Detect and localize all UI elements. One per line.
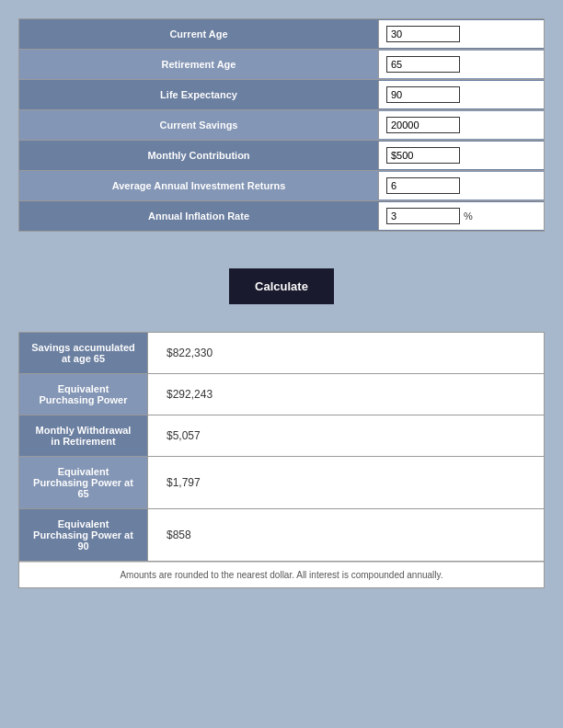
current-savings-row: Current Savings bbox=[19, 110, 544, 141]
monthly-contribution-row: Monthly Contribution bbox=[19, 141, 544, 171]
life-expectancy-input-area bbox=[378, 81, 544, 108]
inflation-rate-label: Annual Inflation Rate bbox=[19, 201, 378, 231]
result-label-2: Monthly Withdrawal in Retirement bbox=[19, 415, 148, 456]
result-row-2: Monthly Withdrawal in Retirement $5,057 bbox=[19, 415, 544, 457]
inflation-rate-input[interactable] bbox=[386, 208, 460, 224]
calculate-button[interactable]: Calculate bbox=[229, 268, 334, 304]
input-container: Current Age Retirement Age Life Expectan… bbox=[18, 18, 545, 232]
result-row-3: Equivalent Purchasing Power at 65 $1,797 bbox=[19, 457, 544, 509]
current-savings-input[interactable] bbox=[386, 117, 460, 133]
life-expectancy-input[interactable] bbox=[386, 86, 460, 103]
life-expectancy-row: Life Expectancy bbox=[19, 80, 544, 110]
footer-note: Amounts are rounded to the nearest dolla… bbox=[19, 562, 544, 587]
current-savings-label: Current Savings bbox=[19, 110, 378, 140]
retirement-age-label: Retirement Age bbox=[19, 50, 378, 79]
current-age-row: Current Age bbox=[19, 19, 544, 50]
calculate-section: Calculate bbox=[18, 241, 545, 332]
result-value-4: $858 bbox=[148, 519, 544, 551]
retirement-age-row: Retirement Age bbox=[19, 50, 544, 80]
monthly-contribution-input[interactable] bbox=[386, 147, 460, 164]
inflation-rate-row: Annual Inflation Rate % bbox=[19, 201, 544, 231]
retirement-age-input-area bbox=[378, 51, 544, 78]
monthly-contribution-input-area bbox=[378, 142, 544, 169]
monthly-contribution-label: Monthly Contribution bbox=[19, 141, 378, 170]
result-value-2: $5,057 bbox=[148, 420, 544, 451]
result-row-0: Savings accumulated at age 65 $822,330 bbox=[19, 333, 544, 374]
result-label-3: Equivalent Purchasing Power at 65 bbox=[19, 457, 148, 508]
result-value-0: $822,330 bbox=[148, 337, 544, 369]
result-row-4: Equivalent Purchasing Power at 90 $858 bbox=[19, 509, 544, 562]
result-label-1: Equivalent Purchasing Power bbox=[19, 374, 148, 415]
page: Current Age Retirement Age Life Expectan… bbox=[18, 18, 545, 588]
result-label-4: Equivalent Purchasing Power at 90 bbox=[19, 509, 148, 561]
annual-returns-input[interactable] bbox=[386, 177, 460, 194]
annual-returns-label: Average Annual Investment Returns bbox=[19, 171, 378, 200]
result-row-1: Equivalent Purchasing Power $292,243 bbox=[19, 374, 544, 415]
annual-returns-row: Average Annual Investment Returns bbox=[19, 171, 544, 201]
annual-returns-input-area bbox=[378, 172, 544, 199]
current-savings-input-area bbox=[378, 111, 544, 139]
percent-unit: % bbox=[464, 210, 473, 222]
life-expectancy-label: Life Expectancy bbox=[19, 80, 378, 109]
current-age-label: Current Age bbox=[19, 19, 378, 49]
results-container: Savings accumulated at age 65 $822,330 E… bbox=[18, 332, 545, 588]
result-label-0: Savings accumulated at age 65 bbox=[19, 333, 148, 373]
current-age-input-area bbox=[378, 20, 544, 48]
current-age-input[interactable] bbox=[386, 26, 460, 42]
result-value-1: $292,243 bbox=[148, 379, 544, 410]
inflation-rate-input-area: % bbox=[378, 202, 544, 230]
retirement-age-input[interactable] bbox=[386, 56, 460, 73]
result-value-3: $1,797 bbox=[148, 467, 544, 498]
